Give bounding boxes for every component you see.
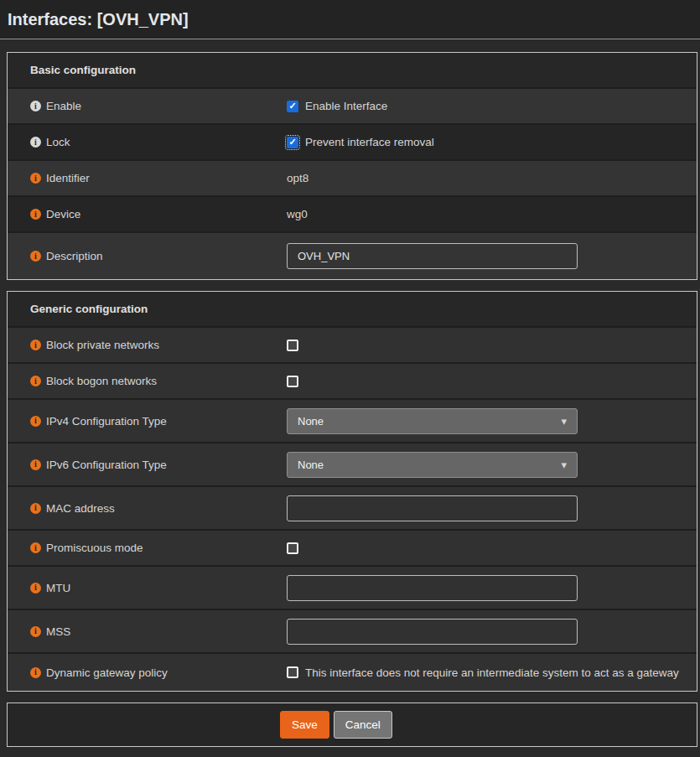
field-control-cell: Prevent interface removal <box>287 136 697 148</box>
field-label: Enable <box>46 100 81 112</box>
field-control-cell <box>287 619 697 645</box>
field-label-cell: MAC address <box>8 502 287 515</box>
section-title: Basic configuration <box>30 64 136 76</box>
actions-panel: Save Cancel <box>7 703 697 747</box>
info-icon <box>30 459 41 470</box>
ipv4-config-select[interactable]: None <box>287 408 578 434</box>
checkbox-label: Enable Interface <box>305 100 387 112</box>
field-control-cell: This interface does not require an inter… <box>287 666 697 679</box>
info-icon <box>30 503 41 514</box>
field-control-cell <box>287 575 697 601</box>
field-label: MTU <box>46 582 70 594</box>
info-icon <box>30 583 41 594</box>
cancel-button[interactable]: Cancel <box>334 711 392 739</box>
info-icon <box>30 340 41 350</box>
row-device: Device wg0 <box>8 195 697 231</box>
field-label: IPv6 Configuration Type <box>46 459 167 471</box>
field-label: Device <box>46 208 80 220</box>
field-label: Block private networks <box>46 339 159 351</box>
field-control-cell <box>287 376 697 387</box>
row-identifier: Identifier opt8 <box>8 159 697 195</box>
save-button[interactable]: Save <box>280 711 329 739</box>
enable-checkbox[interactable] <box>287 101 298 112</box>
device-value: wg0 <box>287 208 308 220</box>
row-mac-address: MAC address <box>8 485 697 529</box>
description-input[interactable] <box>287 243 578 269</box>
block-bogon-checkbox[interactable] <box>287 376 298 387</box>
field-label: MAC address <box>46 502 115 515</box>
info-icon <box>30 251 41 262</box>
row-block-bogon: Block bogon networks <box>8 362 697 398</box>
select-value: None <box>298 415 324 428</box>
field-control-cell: Enable Interface <box>287 100 697 112</box>
ipv6-config-select[interactable]: None <box>287 452 578 478</box>
info-icon <box>30 209 41 220</box>
row-enable: Enable Enable Interface <box>8 87 697 123</box>
page-title: Interfaces: [OVH_VPN] <box>8 10 189 29</box>
dynamic-gateway-checkbox[interactable] <box>287 666 298 678</box>
info-icon <box>30 101 41 111</box>
field-control-cell: None <box>287 452 697 478</box>
info-icon <box>30 173 41 184</box>
promiscuous-checkbox[interactable] <box>287 542 298 554</box>
info-icon <box>30 626 41 637</box>
info-icon <box>30 137 41 148</box>
generic-section-header: Generic configuration <box>8 292 697 326</box>
field-label-cell: Block private networks <box>8 339 287 351</box>
field-label: MSS <box>46 625 70 638</box>
row-mss: MSS <box>8 609 697 652</box>
lock-checkbox[interactable] <box>287 137 298 148</box>
info-icon <box>30 416 41 427</box>
select-value: None <box>298 459 324 471</box>
field-label: Description <box>46 250 103 262</box>
caret-down-icon <box>561 416 567 427</box>
field-label-cell: Device <box>8 208 287 220</box>
row-mtu: MTU <box>8 565 697 609</box>
row-ipv6-type: IPv6 Configuration Type None <box>8 442 697 485</box>
section-title: Generic configuration <box>30 303 148 315</box>
field-label: Block bogon networks <box>46 375 157 387</box>
field-label-cell: Lock <box>8 136 287 148</box>
row-block-private: Block private networks <box>8 326 697 362</box>
field-label-cell: IPv6 Configuration Type <box>8 459 287 471</box>
field-control-cell <box>287 542 697 554</box>
field-label-cell: Enable <box>8 100 287 112</box>
field-control-cell <box>287 243 697 269</box>
info-icon <box>30 667 41 678</box>
basic-config-section: Basic configuration Enable Enable Interf… <box>7 52 697 280</box>
row-ipv4-type: IPv4 Configuration Type None <box>8 398 697 442</box>
mss-input[interactable] <box>287 619 578 645</box>
info-icon <box>30 542 41 553</box>
caret-down-icon <box>561 459 567 470</box>
generic-config-section: Generic configuration Block private netw… <box>7 291 697 692</box>
field-label-cell: MSS <box>8 625 287 638</box>
page-header: Interfaces: [OVH_VPN] <box>0 0 700 39</box>
row-dynamic-gateway: Dynamic gateway policy This interface do… <box>8 652 697 691</box>
field-label: IPv4 Configuration Type <box>46 415 167 428</box>
field-control-cell: None <box>287 408 697 434</box>
field-label: Identifier <box>46 172 90 184</box>
field-label-cell: IPv4 Configuration Type <box>8 415 287 428</box>
field-label-cell: Promiscuous mode <box>8 542 287 554</box>
info-icon <box>30 376 41 386</box>
mac-address-input[interactable] <box>287 495 578 521</box>
field-label-cell: Identifier <box>8 172 287 184</box>
checkbox-label: Prevent interface removal <box>305 136 434 148</box>
basic-section-header: Basic configuration <box>8 53 697 87</box>
row-description: Description <box>8 231 697 279</box>
field-control-cell: opt8 <box>287 172 697 184</box>
block-private-checkbox[interactable] <box>287 340 298 351</box>
row-lock: Lock Prevent interface removal <box>8 123 697 159</box>
identifier-value: opt8 <box>287 172 309 184</box>
field-label: Lock <box>46 136 70 148</box>
field-label-cell: Dynamic gateway policy <box>8 666 287 679</box>
field-control-cell <box>287 495 697 521</box>
mtu-input[interactable] <box>287 575 578 601</box>
field-control-cell <box>287 340 697 351</box>
field-label-cell: MTU <box>8 582 287 594</box>
field-label-cell: Description <box>8 250 287 262</box>
field-label: Dynamic gateway policy <box>46 666 168 679</box>
field-control-cell: wg0 <box>287 208 697 220</box>
checkbox-label: This interface does not require an inter… <box>305 666 679 679</box>
row-promiscuous: Promiscuous mode <box>8 529 697 565</box>
